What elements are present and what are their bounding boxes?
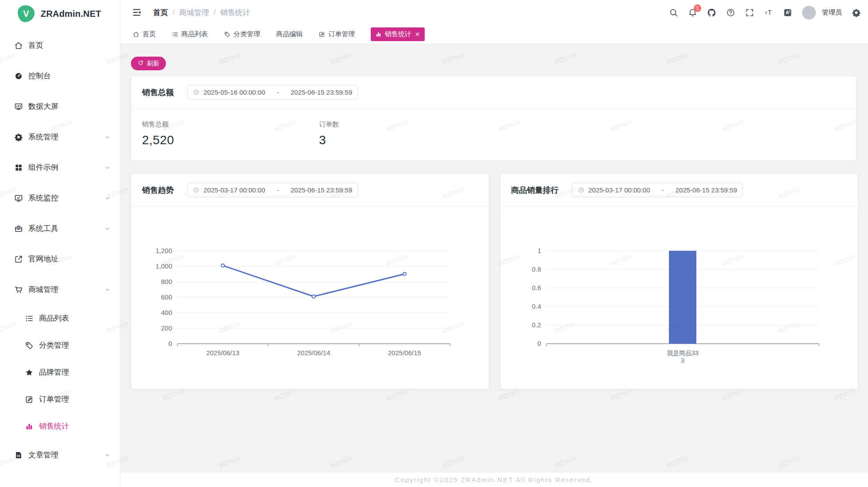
sidebar-item-label: 订单管理	[39, 394, 69, 404]
svg-text:600: 600	[161, 293, 172, 301]
home-icon	[133, 31, 139, 38]
date-end: 2025-06-15 23:59:59	[291, 186, 352, 194]
chevdown-icon	[104, 195, 111, 202]
sidebar-item-首页[interactable]: 首页	[0, 30, 120, 61]
date-separator: -	[265, 88, 290, 96]
sales-trend-title: 销售趋势	[142, 185, 174, 196]
date-start: 2025-05-16 00:00:00	[204, 88, 265, 96]
sales-trend-card-header: 销售趋势 2025-03-17 00:00:00 - 2025-06-15 23…	[131, 174, 489, 207]
sidebar-item-组件示例[interactable]: 组件示例	[0, 152, 120, 183]
sidebar-item-控制台[interactable]: 控制台	[0, 61, 120, 91]
breadcrumb-item[interactable]: 首页	[153, 8, 168, 18]
dashboard-icon	[14, 72, 23, 81]
product-rank-title: 商品销量排行	[511, 185, 559, 196]
sidebar-item-销售统计[interactable]: 销售统计	[0, 413, 120, 440]
sidebar-item-商城管理[interactable]: 商城管理	[0, 274, 120, 305]
svg-text:400: 400	[161, 309, 172, 316]
sidebar-item-系统监控[interactable]: 系统监控	[0, 183, 120, 213]
sidebar-item-label: 首页	[28, 40, 43, 50]
sidebar-item-label: 品牌管理	[39, 367, 69, 377]
tab-商品列表[interactable]: 商品列表	[172, 30, 208, 38]
chart-icon	[375, 31, 382, 38]
font-size-icon[interactable]: TT	[764, 8, 773, 17]
tab-首页[interactable]: 首页	[133, 30, 156, 38]
user-name[interactable]: 管理员	[822, 8, 842, 17]
sidebar-collapse-icon[interactable]	[132, 8, 142, 17]
sales-trend-date-range[interactable]: 2025-03-17 00:00:00 - 2025-06-15 23:59:5…	[187, 183, 358, 197]
sales-trend-line-chart: 02004006008001,0001,2002025/06/132025/06…	[131, 207, 489, 393]
stat-销售总额: 销售总额2,520	[142, 120, 319, 147]
sidebar-item-label: 系统工具	[28, 223, 58, 234]
sidebar-nav: 首页控制台数据大屏系统管理组件示例系统监控系统工具官网地址商城管理商品列表分类管…	[0, 27, 120, 470]
svg-text:文: 文	[788, 10, 791, 13]
breadcrumb-item: 商城管理	[179, 8, 209, 18]
date-start: 2025-03-17 00:00:00	[204, 186, 265, 194]
svg-text:T: T	[765, 11, 768, 15]
svg-text:0: 0	[538, 340, 541, 347]
sidebar-item-官网地址[interactable]: 官网地址	[0, 244, 120, 274]
brand-logo-icon: V	[18, 5, 35, 22]
help-icon[interactable]	[726, 8, 735, 17]
date-separator: -	[650, 186, 675, 194]
settings-gear-icon[interactable]	[852, 8, 861, 17]
sidebar-item-数据大屏[interactable]: 数据大屏	[0, 91, 120, 122]
product-rank-date-range[interactable]: 2025-03-17 00:00:00 - 2025-06-15 23:59:5…	[572, 183, 743, 197]
toolbox-icon	[14, 224, 23, 233]
order-icon	[319, 31, 325, 38]
chevdown-icon	[104, 134, 111, 141]
svg-text:0.8: 0.8	[532, 265, 541, 273]
sidebar-item-label: 商城管理	[28, 284, 58, 295]
notification-badge: 1	[694, 4, 701, 12]
sidebar-item-label: 系统监控	[28, 193, 58, 203]
tab-label: 订单管理	[328, 30, 355, 38]
brand[interactable]: V ZRAdmin.NET	[0, 0, 120, 27]
chevdown-icon	[104, 225, 111, 232]
home-icon	[14, 41, 23, 50]
sidebar-item-分类管理[interactable]: 分类管理	[0, 332, 120, 359]
github-icon[interactable]	[707, 8, 716, 17]
breadcrumb-separator: /	[214, 8, 216, 17]
refresh-icon	[138, 60, 144, 67]
refresh-button[interactable]: 刷新	[131, 57, 166, 70]
fullscreen-icon[interactable]	[745, 8, 754, 17]
tab-订单管理[interactable]: 订单管理	[319, 30, 355, 38]
svg-text:0: 0	[169, 340, 172, 347]
tab-商品编辑[interactable]: 商品编辑	[276, 30, 303, 38]
sidebar-item-系统工具[interactable]: 系统工具	[0, 213, 120, 244]
tab-销售统计[interactable]: 销售统计	[371, 27, 425, 41]
notification-bell-icon[interactable]: 1	[688, 8, 697, 17]
external-icon	[14, 255, 23, 264]
product-rank-card: 商品销量排行 2025-03-17 00:00:00 - 2025-06-15 …	[500, 173, 858, 389]
app-window: V ZRAdmin.NET 首页控制台数据大屏系统管理组件示例系统监控系统工具官…	[0, 0, 868, 487]
page-content: 刷新 销售总额 2025-05-16 00:00:00 - 2025-06-15…	[120, 44, 868, 472]
breadcrumb-item: 销售统计	[220, 8, 250, 18]
sidebar-item-商品列表[interactable]: 商品列表	[0, 305, 120, 332]
sidebar-item-品牌管理[interactable]: 品牌管理	[0, 359, 120, 386]
close-icon[interactable]	[415, 31, 420, 37]
sidebar-item-label: 官网地址	[28, 254, 58, 264]
user-avatar[interactable]	[802, 6, 816, 19]
svg-text:2025/06/14: 2025/06/14	[297, 349, 330, 357]
sidebar-item-label: 组件示例	[28, 162, 58, 173]
stat-label: 订单数	[319, 120, 339, 129]
sidebar-item-文章管理[interactable]: 文章管理	[0, 440, 120, 470]
tab-分类管理[interactable]: 分类管理	[224, 30, 260, 38]
copyright-text: Copyright ©2025 ZRAdmin.NET All Rights R…	[395, 476, 594, 483]
date-start: 2025-03-17 00:00:00	[588, 186, 650, 194]
tag-icon	[25, 341, 34, 350]
footer: Copyright ©2025 ZRAdmin.NET All Rights R…	[120, 472, 868, 487]
sales-total-title: 销售总额	[142, 87, 174, 98]
sidebar-item-label: 分类管理	[39, 340, 69, 350]
chevup-icon	[104, 286, 111, 293]
sales-total-card-header: 销售总额 2025-05-16 00:00:00 - 2025-06-15 23…	[131, 76, 856, 109]
svg-text:T: T	[768, 9, 772, 16]
sidebar-item-订单管理[interactable]: 订单管理	[0, 386, 120, 413]
charts-row: 销售趋势 2025-03-17 00:00:00 - 2025-06-15 23…	[131, 173, 856, 389]
top-navbar: 首页/商城管理/销售统计 1 TT A文 管理员	[120, 0, 868, 25]
sidebar-item-系统管理[interactable]: 系统管理	[0, 122, 120, 152]
sales-total-date-range[interactable]: 2025-05-16 00:00:00 - 2025-06-15 23:59:5…	[187, 85, 358, 100]
language-icon[interactable]: A文	[783, 8, 792, 17]
sidebar-item-label: 控制台	[28, 71, 51, 81]
search-icon[interactable]	[669, 8, 678, 17]
svg-text:1,000: 1,000	[155, 262, 172, 270]
